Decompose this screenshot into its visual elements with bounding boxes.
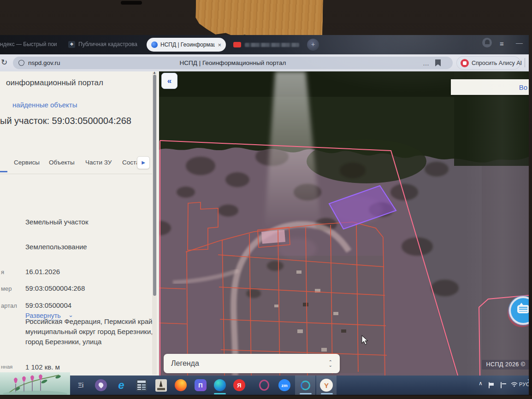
portal-heading-fragment: оинформационный портал xyxy=(6,78,103,88)
nspd-watermark: НСПД 2026 © xyxy=(482,360,529,370)
field-date-label: я xyxy=(1,269,4,276)
sidebar-scrollbar-thumb[interactable] xyxy=(153,75,156,296)
yandex-alice-app-icon[interactable]: Y xyxy=(319,379,333,392)
wifi-icon[interactable] xyxy=(511,381,518,388)
reload-icon[interactable]: ↻ xyxy=(1,58,7,67)
tab-public-cadastral[interactable]: Публичная кадастрова xyxy=(78,41,137,47)
window-minimize-button[interactable]: — xyxy=(516,39,523,47)
edge-active-indicator xyxy=(214,393,226,394)
edge-browser-icon[interactable] xyxy=(213,379,227,392)
field-quarter-value: 59:03:0500004 xyxy=(25,301,71,309)
laptop-screen: ндекс — Быстрый пои ❖ Публичная кадастро… xyxy=(0,35,529,395)
tab-nspd-active[interactable]: НСПД | Геоинформаци × xyxy=(147,38,226,52)
info-sidebar: оинформационный портал найденные объекты… xyxy=(0,71,159,376)
tab-services[interactable]: Сервисы xyxy=(14,159,40,166)
laptop-chassis-edge xyxy=(0,395,532,399)
browser-tab-strip: ндекс — Быстрый пои ❖ Публичная кадастро… xyxy=(0,35,529,54)
field-area-label: нная xyxy=(1,364,12,370)
site-security-icon[interactable] xyxy=(18,60,24,66)
active-tab-underline xyxy=(0,171,7,172)
address-bar-row: ↻ nspd.gov.ru НСПД | Геоинформационный п… xyxy=(0,54,529,71)
tabs-scroll-right-button[interactable]: ▶ xyxy=(137,156,150,169)
field-land-use: Землепользование xyxy=(25,243,87,251)
tab-yandex-search[interactable]: ндекс — Быстрый пои xyxy=(0,41,57,47)
field-cadnum-label: мер xyxy=(1,285,12,292)
photo-of-laptop: ндекс — Быстрый пои ❖ Публичная кадастро… xyxy=(0,0,532,399)
expand-chevron-icon[interactable]: ⌄ xyxy=(68,311,73,318)
more-options-icon[interactable]: … xyxy=(423,59,430,67)
sidebar-collapse-button[interactable]: « xyxy=(161,73,177,89)
found-objects-link[interactable]: найденные объекты xyxy=(12,101,77,109)
tab-sostav[interactable]: Соста xyxy=(122,159,137,166)
map-viewport[interactable]: « Во Легенда ⌃⌄ НСПД 2026 © xyxy=(159,71,529,376)
login-label-fragment: Во xyxy=(519,83,527,91)
satellite-map-canvas xyxy=(159,71,529,376)
tab-parts-zu[interactable]: Части ЗУ xyxy=(85,159,112,166)
browser-menu-icon[interactable]: ≡ xyxy=(500,40,504,47)
purple-drop-app-icon[interactable] xyxy=(94,379,108,392)
login-bar[interactable]: Во xyxy=(451,79,529,95)
monument-app-icon[interactable] xyxy=(154,379,168,392)
field-object-type: Земельный участок xyxy=(25,218,89,226)
toolbar-separator xyxy=(525,58,525,67)
red-app-favicon xyxy=(233,42,241,47)
calculator-app-icon[interactable] xyxy=(135,379,148,392)
tab-blurred-label[interactable] xyxy=(245,43,299,47)
tab-nspd-label: НСПД | Геоинформаци xyxy=(160,41,215,48)
teal-ring-active-indicator xyxy=(300,393,312,394)
desktop-wallpaper-corner xyxy=(0,372,70,395)
legend-title: Легенда xyxy=(171,359,329,368)
legend-panel[interactable]: Легенда ⌃⌄ xyxy=(164,354,340,373)
firefox-icon[interactable] xyxy=(174,379,188,392)
teal-ring-app-icon[interactable] xyxy=(298,379,312,392)
url-text[interactable]: nspd.gov.ru xyxy=(28,59,60,66)
page-title-text: НСПД | Геоинформационный портал xyxy=(13,59,453,66)
battery-icon[interactable] xyxy=(489,382,490,388)
zoom-app-icon[interactable]: zm xyxy=(278,379,291,392)
new-tab-button[interactable]: + xyxy=(307,39,319,51)
p-app-icon[interactable]: П xyxy=(194,379,207,392)
alice-active-indicator xyxy=(321,393,333,394)
field-quarter-label: артал xyxy=(1,302,17,309)
laptop-webcam-slot xyxy=(121,1,142,5)
nspd-favicon xyxy=(151,41,158,48)
browser-profile-avatar[interactable] xyxy=(482,38,492,47)
chat-bubble-lines xyxy=(519,307,527,311)
field-date-value: 16.01.2026 xyxy=(25,268,60,276)
tray-expand-chevron-icon[interactable]: ∧ xyxy=(479,380,483,387)
tab-close-icon[interactable]: × xyxy=(218,41,221,48)
bookmark-icon[interactable] xyxy=(435,59,441,66)
tabs-divider xyxy=(0,174,152,174)
opera-browser-icon[interactable] xyxy=(257,379,271,392)
touch-keyboard-icon[interactable] xyxy=(501,382,502,388)
field-area-value: 1 102 кв. м xyxy=(25,363,60,371)
field-cadnum-value: 59:03:0500004:268 xyxy=(25,284,85,292)
ask-alice-label: Спросить Алису AI xyxy=(472,60,522,66)
expand-link[interactable]: Развернуть xyxy=(25,312,61,320)
ask-alice-button[interactable]: Спросить Алису AI xyxy=(456,56,520,70)
pkk-favicon: ❖ xyxy=(68,41,75,48)
parcel-title: ый участок: 59:03:0500004:268 xyxy=(0,116,131,126)
address-bar[interactable]: nspd.gov.ru НСПД | Геоинформационный пор… xyxy=(13,57,453,69)
yandex-browser-icon[interactable]: Я xyxy=(232,379,246,392)
legend-toggle-icon[interactable]: ⌃⌄ xyxy=(329,360,332,367)
field-address-value: Российская Федерация, Пермский край, мун… xyxy=(25,317,156,347)
start-tasks-icon[interactable]: Ξi xyxy=(74,379,88,392)
alice-logo-icon xyxy=(461,59,469,67)
tab-objects[interactable]: Объекты xyxy=(49,159,75,166)
windows-taskbar: Ξi e xyxy=(0,376,529,395)
scroll-up-arrow-icon[interactable]: ▲ xyxy=(153,71,156,75)
clock-fragment[interactable]: 14 xyxy=(527,378,529,384)
internet-explorer-icon[interactable]: e xyxy=(114,379,128,392)
